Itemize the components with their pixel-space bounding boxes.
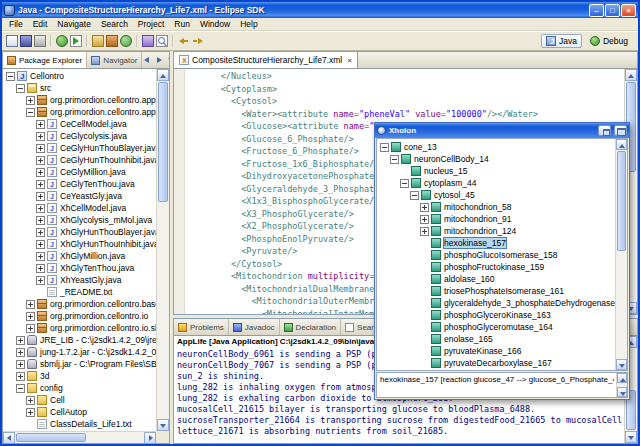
tree-item[interactable]: org.primordion.cellontro.io [3,310,156,322]
expander-icon[interactable] [36,204,45,213]
tree-item[interactable]: aldolase_160 [377,273,615,285]
menu-item[interactable]: File [4,18,28,30]
scroll-down-icon[interactable] [625,431,637,443]
expander-icon[interactable] [16,84,25,93]
view-tab[interactable]: Javadoc [229,319,280,335]
expander-icon[interactable] [26,300,35,309]
tree-item[interactable]: phosphoFructokinase_159 [377,261,615,273]
expander-icon[interactable] [36,120,45,129]
maximize-button[interactable] [614,125,627,136]
tree-item[interactable]: CeGlyHunThouBlayer.java [3,142,156,154]
scroll-up-icon[interactable] [617,373,627,383]
tree-item[interactable]: phosphoGlyceromutase_164 [377,321,615,333]
tree-item[interactable]: mitochondrion_124 [377,225,615,237]
expander-icon[interactable] [380,143,389,152]
expander-icon[interactable] [36,228,45,237]
tree-item[interactable]: neuronCellBody_14 [377,153,615,165]
scroll-up-icon[interactable] [625,69,637,81]
tree-item[interactable]: config [3,382,156,394]
tree-item[interactable]: mitochondrion_91 [377,213,615,225]
expander-icon[interactable] [16,360,25,369]
maximize-button[interactable]: □ [605,4,620,17]
expander-icon[interactable] [420,311,429,320]
xholon-title-bar[interactable]: Xholon [375,123,629,138]
expander-icon[interactable] [420,239,429,248]
scroll-down-icon[interactable] [157,419,169,431]
tree-item[interactable]: enolase_165 [377,333,615,345]
menu-item[interactable]: Search [96,18,133,30]
perspective-button[interactable]: Debug [585,34,633,48]
scroll-up-icon[interactable] [616,139,627,150]
close-button[interactable]: × [621,4,636,17]
tree-item[interactable]: pyruvateKinase_166 [377,345,615,357]
tree-item[interactable]: CeCellModel.java [3,118,156,130]
title-bar[interactable]: Java - CompositeStructureHierarchy_Life7… [2,2,638,18]
expander-icon[interactable] [420,251,429,260]
run-icon[interactable] [70,35,82,47]
view-tab[interactable]: Package Explorer [3,52,87,68]
tree-item[interactable]: cone_13 [377,141,615,153]
tree-item[interactable]: glyceraldehyde_3_phosphateDehydrogenase_… [377,297,615,309]
tree-item[interactable]: CeGlyTenThou.java [3,178,156,190]
tree-item[interactable]: nucleus_15 [377,165,615,177]
expander-icon[interactable] [36,180,45,189]
expander-icon[interactable] [36,144,45,153]
view-menu-icon[interactable] [166,55,169,66]
expander-icon[interactable] [400,167,409,176]
menu-item[interactable]: Window [195,18,235,30]
tree-item[interactable]: jung-1.7.2.jar - C:\j2sdk1.4.2_09\jre\li… [3,346,156,358]
tree-item[interactable]: Cellontro [3,70,156,82]
new-package-icon[interactable] [106,35,118,47]
expander-icon[interactable] [26,312,35,321]
view-tab[interactable]: Declaration [280,319,341,335]
xholon-status-scrollbar[interactable] [616,373,627,397]
tree-item[interactable]: phosphoGlucoIsomerase_158 [377,249,615,261]
tree-item[interactable]: Cell [3,394,156,406]
expander-icon[interactable] [420,287,429,296]
tree-item[interactable]: triosePhosphateIsomerase_161 [377,285,615,297]
expander-icon[interactable] [36,168,45,177]
expander-icon[interactable] [420,227,429,236]
expander-icon[interactable] [36,252,45,261]
menu-item[interactable]: Project [133,18,169,30]
scroll-right-icon[interactable] [144,432,156,443]
tree-item[interactable]: org.primordion.cellontro.base [3,298,156,310]
tree-item[interactable]: XhGlycolysis_mMol.java [3,214,156,226]
expander-icon[interactable] [26,420,35,429]
expander-icon[interactable] [16,384,25,393]
package-explorer-tree[interactable]: Cellontro src org.primordion.cellontro.a… [3,69,156,431]
scroll-up-icon[interactable] [157,69,169,81]
perspective-button[interactable]: Java [541,34,582,48]
expander-icon[interactable] [410,191,419,200]
tree-item[interactable]: hexokinase_157 [377,237,615,249]
tree-item[interactable]: XhYeastGly.java [3,274,156,286]
tree-item[interactable]: ClassDetails_Life1.txt [3,418,156,430]
expander-icon[interactable] [36,216,45,225]
editor-tab[interactable]: CompositeStructureHierarchy_Life7.xml × [174,52,358,68]
tree-item[interactable]: CeGlyHunThouInhibit.java [3,154,156,166]
tree-item[interactable]: JRE_LIB - C:\j2sdk1.4.2_09\jre\lib\rt.ja… [3,334,156,346]
expander-icon[interactable] [420,203,429,212]
expander-icon[interactable] [26,396,35,405]
menu-item[interactable]: Run [169,18,195,30]
scrollbar-thumb[interactable] [617,151,626,251]
tree-item[interactable]: XhGlyMillion.java [3,250,156,262]
expander-icon[interactable] [420,299,429,308]
close-tab-icon[interactable]: × [347,56,352,65]
tree-item[interactable]: org.primordion.cellontro.io.sbml [3,322,156,334]
tree-item[interactable]: cytosol_45 [377,189,615,201]
tree-item[interactable]: org.primordion.cellontro.app [3,94,156,106]
menu-item[interactable]: Navigate [52,18,96,30]
view-tab[interactable]: Problems [174,319,229,335]
scroll-down-icon[interactable] [617,387,627,397]
tree-item[interactable]: CeYeastGly.java [3,190,156,202]
expander-icon[interactable] [420,275,429,284]
new-project-icon[interactable] [92,35,104,47]
expander-icon[interactable] [420,359,429,368]
view-forward-icon[interactable] [154,55,165,66]
new-class-icon[interactable] [120,35,132,47]
tree-item[interactable]: org.primordion.cellontro.app.sbml [3,106,156,118]
open-type-icon[interactable] [142,35,154,47]
expander-icon[interactable] [36,132,45,141]
menu-item[interactable]: Edit [28,18,53,30]
